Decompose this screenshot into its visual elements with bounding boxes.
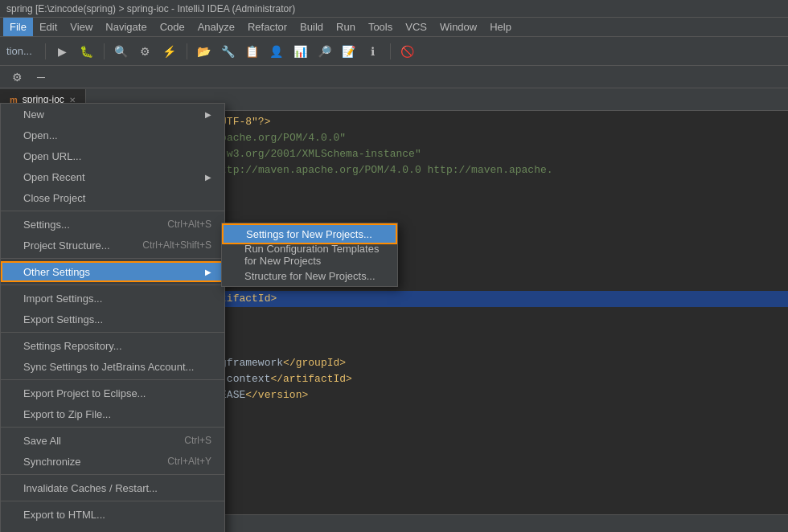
menu-settings-repository-label: Settings Repository...: [23, 340, 122, 352]
menu-import-settings[interactable]: Import Settings...: [1, 288, 224, 309]
menu-item-refactor[interactable]: Refactor: [241, 18, 293, 36]
menu-synchronize-label: Synchronize: [23, 456, 81, 468]
menu-export-zip-label: Export to Zip File...: [23, 408, 111, 420]
menu-save-all[interactable]: Save All Ctrl+S: [1, 430, 224, 451]
menu-item-file[interactable]: File: [3, 18, 33, 36]
menu-settings-repository[interactable]: Settings Repository...: [1, 335, 224, 356]
menu-export-html-label: Export to HTML...: [23, 509, 105, 521]
menu-new-label: New: [23, 108, 44, 121]
magnify-button[interactable]: 🔎: [314, 41, 335, 62]
menu-item-run[interactable]: Run: [330, 18, 362, 36]
graph-button[interactable]: 📊: [290, 41, 311, 62]
profile-button[interactable]: 👤: [266, 41, 287, 62]
menu-settings[interactable]: Settings... Ctrl+Alt+S: [1, 214, 224, 235]
menu-export-settings-label: Export Settings...: [23, 313, 103, 325]
git-button[interactable]: 🔧: [218, 41, 239, 62]
terminal-button[interactable]: 📂: [194, 41, 215, 62]
synchronize-shortcut: Ctrl+Alt+Y: [167, 456, 211, 467]
menu-item-tools[interactable]: Tools: [362, 18, 399, 36]
editor-collapse-btn[interactable]: ─: [31, 67, 51, 88]
separator-6: [1, 427, 224, 428]
separator-4: [1, 332, 224, 333]
save-all-shortcut: Ctrl+S: [184, 435, 211, 446]
main-area: ⚙ ─ m spring-ioc ✕ 1 <?xml version="1.0"…: [0, 66, 788, 514]
settings-toolbar-button[interactable]: ⚙: [135, 41, 156, 62]
toolbar: tion... ▶ 🐛 🔍 ⚙ ⚡ 📂 🔧 📋 👤 📊 🔎 📝 ℹ 🚫: [0, 37, 788, 66]
menu-open-url[interactable]: Open URL...: [1, 145, 224, 166]
toolbar-separator-3: [187, 43, 187, 59]
other-settings-arrow-icon: ▶: [205, 268, 211, 276]
menu-item-edit[interactable]: Edit: [33, 18, 64, 36]
menu-export-html[interactable]: Export to HTML...: [1, 504, 224, 525]
vcs-button[interactable]: 📝: [339, 41, 359, 62]
separator-1: [1, 211, 224, 211]
menu-bar: File Edit View Navigate Code Analyze Ref…: [0, 18, 788, 37]
menu-item-help[interactable]: Help: [483, 18, 518, 36]
menu-print[interactable]: Print...: [1, 525, 224, 532]
menu-item-code[interactable]: Code: [154, 18, 191, 36]
menu-synchronize[interactable]: Synchronize Ctrl+Alt+Y: [1, 451, 224, 472]
power-button[interactable]: ⚡: [159, 41, 180, 62]
menu-project-structure[interactable]: Project Structure... Ctrl+Alt+Shift+S: [1, 235, 224, 256]
breadcrumb-text: tion...: [6, 45, 32, 57]
separator-3: [1, 284, 224, 285]
menu-open-label: Open...: [23, 129, 58, 141]
open-recent-arrow-icon: ▶: [205, 173, 211, 182]
menu-sync-settings-label: Sync Settings to JetBrains Account...: [23, 361, 194, 373]
new-arrow-icon: ▶: [205, 110, 211, 119]
toolbar-separator-2: [104, 43, 105, 59]
title-text: spring [E:\zincode(spring) > spring-ioc …: [6, 3, 295, 14]
separator-8: [1, 501, 224, 501]
info-button[interactable]: ℹ: [363, 41, 384, 62]
menu-export-settings[interactable]: Export Settings...: [1, 309, 224, 329]
debug-button[interactable]: 🐛: [76, 41, 97, 62]
file-menu-dropdown: New ▶ Open... Open URL... Open Recent ▶ …: [0, 103, 225, 532]
menu-close-project-label: Close Project: [23, 192, 85, 204]
toolbar-separator-4: [390, 43, 391, 59]
menu-save-all-label: Save All: [23, 435, 61, 447]
menu-close-project[interactable]: Close Project: [1, 187, 224, 208]
menu-item-build[interactable]: Build: [293, 18, 330, 36]
run-button[interactable]: ▶: [52, 41, 73, 62]
separator-5: [1, 379, 224, 380]
menu-export-eclipse-label: Export Project to Eclipse...: [23, 387, 146, 399]
editor-settings-btn[interactable]: ⚙: [6, 67, 27, 88]
editor-toolbar: ⚙ ─: [0, 66, 788, 88]
separator-7: [1, 474, 224, 475]
toolbar-separator-1: [45, 43, 46, 59]
menu-other-settings[interactable]: Other Settings ▶: [1, 261, 224, 282]
menu-sync-settings[interactable]: Sync Settings to JetBrains Account...: [1, 356, 224, 377]
menu-open-recent[interactable]: Open Recent ▶: [1, 166, 224, 187]
menu-settings-label: Settings...: [23, 219, 70, 231]
menu-invalidate-caches-label: Invalidate Caches / Restart...: [23, 482, 158, 494]
menu-other-settings-label: Other Settings: [23, 266, 90, 278]
menu-open[interactable]: Open...: [1, 125, 224, 145]
separator-2: [1, 258, 224, 259]
menu-open-url-label: Open URL...: [23, 150, 81, 162]
menu-item-view[interactable]: View: [64, 18, 99, 36]
menu-export-eclipse[interactable]: Export Project to Eclipse...: [1, 383, 224, 403]
menu-item-vcs[interactable]: VCS: [399, 18, 433, 36]
menu-open-recent-label: Open Recent: [23, 171, 85, 183]
project-structure-shortcut: Ctrl+Alt+Shift+S: [142, 239, 211, 251]
menu-item-navigate[interactable]: Navigate: [99, 18, 153, 36]
menu-item-analyze[interactable]: Analyze: [191, 18, 241, 36]
search-button[interactable]: 🔍: [111, 41, 132, 62]
history-button[interactable]: 📋: [242, 41, 263, 62]
menu-import-settings-label: Import Settings...: [23, 293, 102, 305]
menu-project-structure-label: Project Structure...: [23, 239, 110, 252]
menu-item-window[interactable]: Window: [433, 18, 483, 36]
disable-button[interactable]: 🚫: [397, 41, 418, 62]
menu-new[interactable]: New ▶: [1, 104, 224, 125]
settings-shortcut: Ctrl+Alt+S: [167, 219, 211, 230]
menu-export-zip[interactable]: Export to Zip File...: [1, 403, 224, 424]
title-bar: spring [E:\zincode(spring) > spring-ioc …: [0, 0, 788, 18]
menu-print-label: Print...: [23, 530, 54, 533]
menu-invalidate-caches[interactable]: Invalidate Caches / Restart...: [1, 477, 224, 498]
